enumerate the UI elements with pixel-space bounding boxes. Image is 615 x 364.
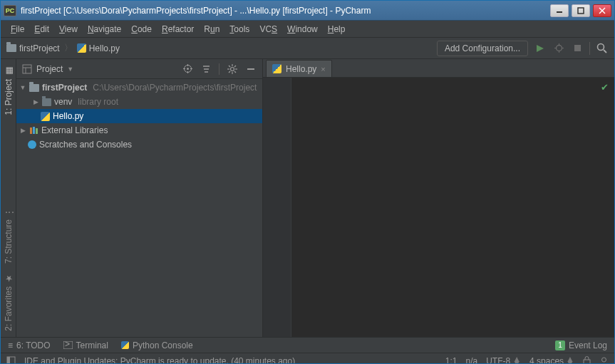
menu-edit[interactable]: Edit — [30, 23, 53, 36]
svg-text:>: > — [65, 341, 70, 349]
inspection-ok-icon: ✔ — [601, 82, 609, 93]
menu-navigate[interactable]: Navigate — [83, 23, 125, 36]
editor-tab-hello[interactable]: Hello.py × — [266, 60, 332, 77]
arrow-down-icon: ▼ — [19, 84, 26, 91]
bottom-toolbar: ≡6: TODO >Terminal Python Console 1Event… — [1, 337, 614, 353]
svg-point-17 — [187, 68, 189, 70]
breadcrumb-file[interactable]: Hello.py — [77, 43, 120, 53]
svg-rect-35 — [30, 128, 32, 134]
app-icon: PC — [4, 5, 16, 16]
gutter-tab-structure[interactable]: 7: Structure ⋮ — [2, 202, 15, 269]
star-icon: ★ — [4, 275, 13, 284]
scratch-icon — [28, 140, 36, 149]
python-console-tab[interactable]: Python Console — [121, 340, 193, 350]
run-button[interactable] — [534, 42, 547, 55]
tree-file-name: Hello.py — [53, 111, 83, 121]
left-tool-gutter: 1: Project ▦ 7: Structure ⋮ 2: Favorites… — [1, 59, 16, 337]
line-number-gutter — [263, 78, 291, 337]
svg-point-11 — [598, 43, 604, 50]
menu-window[interactable]: Window — [283, 23, 322, 36]
chevron-right-icon: 〉 — [64, 42, 73, 54]
gutter-tab-project[interactable]: 1: Project ▦ — [2, 62, 15, 121]
locate-icon[interactable] — [182, 63, 193, 75]
svg-rect-13 — [23, 65, 31, 73]
maximize-button[interactable] — [572, 4, 590, 17]
tree-scratches[interactable]: Scratches and Consoles — [16, 137, 262, 152]
tree-file-hello[interactable]: Hello.py — [16, 109, 262, 123]
folder-icon — [42, 98, 51, 106]
svg-point-25 — [231, 67, 234, 71]
project-panel: Project ▼ ▼ firstProject C:\Users\Dora\P… — [16, 59, 263, 337]
menu-vcs[interactable]: VCS — [255, 23, 281, 36]
main-menubar: File Edit View Navigate Code Refactor Ru… — [1, 21, 614, 38]
event-log-tab[interactable]: 1Event Log — [555, 340, 607, 350]
add-configuration-button[interactable]: Add Configuration... — [437, 41, 528, 56]
hide-panel-icon[interactable] — [245, 63, 257, 75]
tree-venv-note: library root — [78, 97, 118, 107]
editor-body[interactable]: ✔ — [291, 78, 614, 337]
structure-icon: ⋮ — [4, 208, 13, 217]
editor-tabstrip: Hello.py × — [263, 59, 614, 78]
close-icon[interactable]: × — [321, 65, 325, 73]
menu-file[interactable]: File — [6, 23, 29, 36]
debug-button[interactable] — [552, 42, 565, 55]
svg-rect-42 — [584, 360, 590, 364]
status-message: IDE and Plugin Updates: PyCharm is ready… — [24, 356, 295, 365]
gutter-tab-favorites[interactable]: 2: Favorites ★ — [2, 269, 15, 337]
svg-marker-4 — [537, 45, 544, 52]
tree-scratch-label: Scratches and Consoles — [39, 140, 132, 150]
collapse-all-icon[interactable] — [200, 63, 212, 75]
editor-area: Hello.py × ✔ — [263, 59, 614, 337]
code-editor[interactable]: ✔ — [263, 78, 614, 337]
window-titlebar: PC firstProject [C:\Users\Dora\PycharmPr… — [1, 1, 614, 21]
status-bar: IDE and Plugin Updates: PyCharm is ready… — [1, 353, 614, 364]
project-panel-title[interactable]: Project ▼ — [22, 64, 182, 74]
search-icon[interactable] — [596, 42, 609, 55]
tree-root-name: firstProject — [42, 83, 87, 93]
svg-line-32 — [234, 66, 236, 67]
toggle-toolwindows-icon[interactable] — [6, 356, 16, 364]
navigation-bar: firstProject 〉 Hello.py Add Configuratio… — [1, 38, 614, 59]
svg-rect-37 — [36, 128, 38, 134]
menu-tools[interactable]: Tools — [225, 23, 254, 36]
external-libs-icon — [29, 126, 38, 135]
lock-icon[interactable] — [583, 356, 591, 364]
arrow-right-icon: ▶ — [19, 127, 26, 134]
terminal-icon: > — [63, 341, 73, 349]
indent-setting[interactable]: 4 spaces▲▼ — [529, 356, 574, 365]
terminal-tab[interactable]: >Terminal — [63, 340, 108, 350]
tree-root-path: C:\Users\Dora\PycharmProjects\firstProje… — [93, 83, 257, 93]
menu-help[interactable]: Help — [324, 23, 350, 36]
minimize-button[interactable] — [550, 4, 569, 17]
hector-icon[interactable] — [599, 356, 609, 364]
todo-tab[interactable]: ≡6: TODO — [8, 340, 51, 350]
menu-view[interactable]: View — [55, 23, 82, 36]
list-icon: ≡ — [8, 340, 13, 350]
menu-run[interactable]: Run — [200, 23, 224, 36]
tree-venv[interactable]: ▶ venv library root — [16, 95, 262, 109]
python-file-icon — [41, 112, 50, 121]
python-icon — [121, 341, 129, 349]
svg-rect-36 — [33, 127, 35, 134]
event-count-badge: 1 — [555, 340, 565, 350]
svg-rect-1 — [578, 8, 584, 14]
menu-code[interactable]: Code — [127, 23, 156, 36]
tree-external-libs[interactable]: ▶ External Libraries — [16, 123, 262, 137]
svg-line-33 — [229, 71, 230, 73]
line-separator[interactable]: n/a — [466, 356, 478, 365]
editor-tab-label: Hello.py — [286, 64, 316, 74]
folder-icon — [29, 84, 39, 92]
project-icon: ▦ — [4, 68, 13, 76]
stop-button[interactable] — [571, 42, 584, 55]
tree-root[interactable]: ▼ firstProject C:\Users\Dora\PycharmProj… — [16, 80, 262, 95]
breadcrumb-project[interactable]: firstProject — [6, 43, 60, 53]
tree-external-label: External Libraries — [41, 125, 108, 135]
caret-position[interactable]: 1:1 — [445, 356, 458, 365]
svg-rect-10 — [574, 45, 581, 51]
breadcrumb-project-label: firstProject — [19, 43, 60, 53]
menu-refactor[interactable]: Refactor — [157, 23, 198, 36]
file-encoding[interactable]: UTF-8▲▼ — [486, 356, 521, 365]
close-button[interactable] — [593, 4, 611, 17]
gear-icon[interactable] — [227, 63, 238, 75]
svg-point-43 — [602, 358, 606, 362]
